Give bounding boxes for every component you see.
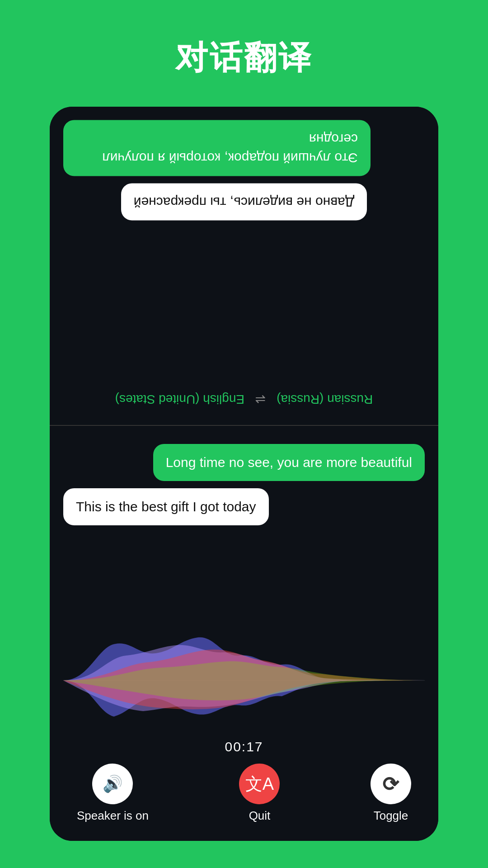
toggle-button[interactable]: ⟳ <box>371 764 411 804</box>
bottom-messages: Long time no see, you are more beautiful… <box>63 439 425 631</box>
list-item: Это лучший подарок, который я получил се… <box>63 120 371 176</box>
list-item: Long time no see, you are more beautiful <box>153 444 425 481</box>
page-title: 对话翻译 <box>175 36 313 80</box>
control-buttons: 🔊 Speaker is on 文A Quit ⟳ Toggle <box>77 764 411 823</box>
refresh-icon: ⟳ <box>382 773 399 796</box>
quit-button-group: 文A Quit <box>239 764 280 823</box>
top-panel: Russian (Russia) ⇌ English (United State… <box>50 107 438 425</box>
right-language: Russian (Russia) <box>277 392 373 406</box>
speaker-button-group: 🔊 Speaker is on <box>77 764 149 823</box>
toggle-button-group: ⟳ Toggle <box>371 764 411 823</box>
controls-area: 00:17 🔊 Speaker is on 文A Quit ⟳ Toggle <box>50 730 438 841</box>
phone-container: Russian (Russia) ⇌ English (United State… <box>50 107 438 841</box>
left-language: English (United States) <box>115 392 244 406</box>
list-item: This is the best gift I got today <box>63 488 269 525</box>
toggle-label: Toggle <box>374 809 408 823</box>
timer-display: 00:17 <box>225 739 263 755</box>
speaker-label: Speaker is on <box>77 809 149 823</box>
speaker-icon: 🔊 <box>103 774 123 793</box>
swap-icon[interactable]: ⇌ <box>255 392 266 407</box>
translate-icon: 文A <box>245 773 274 796</box>
quit-label: Quit <box>249 809 271 823</box>
speaker-button[interactable]: 🔊 <box>92 764 133 804</box>
list-item: Давно не виделись, ты прекрасней <box>121 184 367 221</box>
top-messages: Давно не виделись, ты прекрасней Это луч… <box>63 116 425 383</box>
language-bar: Russian (Russia) ⇌ English (United State… <box>63 392 425 407</box>
bottom-panel: Long time no see, you are more beautiful… <box>50 426 438 731</box>
quit-button[interactable]: 文A <box>239 764 280 804</box>
waveform-display <box>63 631 425 730</box>
